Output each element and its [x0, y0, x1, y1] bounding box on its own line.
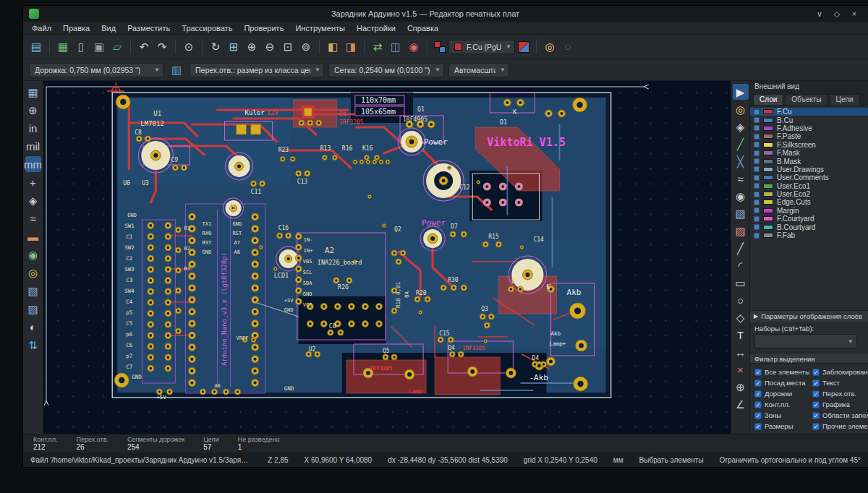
appearance-tab-objects[interactable]: Объекты	[785, 94, 827, 105]
restore-button[interactable]: ◇	[829, 9, 845, 19]
close-button[interactable]: ×	[846, 9, 862, 19]
layer-row-f-paste[interactable]: F.Paste	[750, 132, 868, 140]
menu-item-8[interactable]: Настройки	[351, 24, 401, 33]
appearance-tab-nets[interactable]: Цепи	[830, 94, 860, 105]
units-mils-button[interactable]: mil	[25, 138, 41, 154]
filter-item-5[interactable]: ✓Дорожки	[754, 390, 809, 398]
layer-visibility-toggle[interactable]	[754, 142, 760, 147]
checkbox-checked-icon[interactable]: ✓	[812, 369, 820, 376]
print-button[interactable]: ▣	[90, 38, 108, 56]
draw-circle-button[interactable]: ○	[733, 292, 749, 308]
checkbox-checked-icon[interactable]: ✓	[812, 390, 820, 398]
layer-row-f-courtyard[interactable]: F.Courtyard	[750, 215, 868, 223]
layer-row-user-eco1[interactable]: User.Eco1	[750, 182, 868, 190]
layer-visibility-toggle[interactable]	[754, 109, 760, 115]
layer-visibility-toggle[interactable]	[754, 216, 760, 222]
filter-item-11[interactable]: ✓Размеры	[754, 422, 809, 430]
layer-row-user-comments[interactable]: User.Comments	[750, 173, 868, 181]
checkbox-checked-icon[interactable]: ✓	[754, 380, 762, 387]
layer-visibility-toggle[interactable]	[754, 200, 760, 205]
layer-visibility-toggle[interactable]	[754, 233, 760, 239]
layer-row-user-eco2[interactable]: User.Eco2	[750, 190, 868, 198]
save-button[interactable]: ▤	[27, 38, 45, 56]
refresh-button[interactable]: ↻	[207, 38, 224, 56]
highlight-net-button[interactable]: ◎	[541, 38, 558, 56]
edit-predefined-sizes-button[interactable]: ▥	[168, 61, 185, 79]
presets-select[interactable]: ▼	[754, 334, 857, 348]
filter-item-6[interactable]: ✓Перех.отв.	[812, 390, 868, 398]
draw-arc-button[interactable]: ◜	[733, 257, 749, 273]
curved-ratsnest-button[interactable]: ≈	[25, 210, 41, 226]
layer-presentation-toggle[interactable]	[518, 41, 529, 53]
add-dimension-button[interactable]: ↔	[733, 344, 749, 360]
layer-visibility-toggle[interactable]	[754, 125, 760, 131]
via-outline-button[interactable]: ◉	[25, 246, 41, 262]
update-from-schematic-button[interactable]: ⇄	[369, 38, 386, 56]
minimize-button[interactable]: ∨	[812, 9, 827, 19]
add-via-button[interactable]: ◉	[733, 188, 749, 204]
flip-board-button[interactable]: ⇅	[25, 337, 41, 353]
menu-item-6[interactable]: Проверить	[238, 24, 289, 33]
highlight-net-tool-button[interactable]: ◎	[733, 101, 749, 117]
drc-button[interactable]: ◉	[405, 38, 422, 56]
filter-item-10[interactable]: ✓Области запол.	[812, 411, 868, 419]
layer-row-margin[interactable]: Margin	[750, 207, 868, 215]
menu-item-7[interactable]: Инструменты	[289, 24, 351, 33]
menu-item-3[interactable]: Вид	[95, 24, 122, 33]
zone-outline-button[interactable]: ▨	[25, 301, 41, 317]
checkbox-checked-icon[interactable]: ✓	[812, 380, 820, 387]
draw-line-button[interactable]: ╱	[733, 240, 749, 256]
zoom-objects-button[interactable]: ⊚	[297, 38, 315, 56]
checkbox-checked-icon[interactable]: ✓	[754, 401, 762, 408]
plot-button[interactable]: ▱	[109, 38, 126, 56]
filter-item-3[interactable]: ✓Посад.места	[754, 379, 809, 387]
local-ratsnest-button[interactable]: ◈	[733, 119, 749, 134]
zoom-selection-button[interactable]: ⊡	[279, 38, 297, 56]
pad-outline-button[interactable]: ◎	[25, 265, 41, 280]
via-size-select[interactable]: Перех.отв.: размер из класса цепей ▼	[190, 63, 324, 77]
layer-visibility-toggle[interactable]	[754, 192, 760, 197]
filter-item-9[interactable]: ✓Зоны	[754, 411, 809, 419]
draw-rectangle-button[interactable]: ▭	[733, 275, 749, 291]
menu-item-4[interactable]: Разместить	[122, 24, 176, 33]
units-inches-button[interactable]: in	[25, 120, 41, 136]
appearance-tab-layers[interactable]: Слои	[753, 94, 783, 105]
zone-display-button[interactable]: ▧	[25, 283, 41, 299]
hide-ratsnest-button[interactable]: ◌	[559, 38, 576, 56]
layer-selector[interactable]: F.Cu (PgUp)▼	[448, 40, 515, 54]
layer-visibility-toggle[interactable]	[754, 134, 760, 140]
footprint-editor-button[interactable]: ◧	[324, 38, 341, 56]
checkbox-checked-icon[interactable]: ✓	[754, 423, 762, 430]
layer-visibility-toggle[interactable]	[754, 158, 760, 164]
grid-visibility-button[interactable]: ▦	[25, 84, 41, 100]
layer-display-options-bar[interactable]: ▶ Параметры отображения слоёв	[750, 310, 868, 322]
checkbox-checked-icon[interactable]: ✓	[812, 423, 820, 430]
layer-visibility-toggle[interactable]	[754, 150, 760, 156]
footprint-browser-button[interactable]: ◨	[342, 38, 359, 56]
menu-item-5[interactable]: Трассировать	[176, 24, 238, 33]
track-outline-button[interactable]: ▬	[25, 228, 41, 244]
set-origin-button[interactable]: ⊕	[733, 379, 749, 395]
find-button[interactable]: ⊙	[180, 38, 197, 56]
checkbox-checked-icon[interactable]: ✓	[754, 412, 762, 419]
menu-item-1[interactable]: Файл	[26, 24, 57, 33]
checkbox-checked-icon[interactable]: ✓	[812, 412, 820, 419]
checkbox-checked-icon[interactable]: ✓	[812, 401, 820, 408]
checkbox-checked-icon[interactable]: ✓	[754, 369, 762, 376]
layer-row-f-cu[interactable]: F.Cu	[750, 108, 868, 116]
filter-item-4[interactable]: ✓Текст	[812, 379, 868, 387]
grid-select[interactable]: Сетка: 0,2540 мм (0,0100 ") ▼	[328, 63, 444, 77]
layer-row-edge-cuts[interactable]: Edge.Cuts	[750, 198, 868, 206]
layer-visibility-toggle[interactable]	[754, 117, 760, 123]
layer-visibility-toggle[interactable]	[754, 166, 760, 172]
track-width-select[interactable]: Дорожка: 0,750 мм (0,02953 ") ▼	[29, 63, 163, 77]
ratsnest-visibility-button[interactable]: ◈	[25, 192, 41, 208]
page-settings-button[interactable]: ▯	[72, 38, 90, 56]
units-mm-button[interactable]: mm	[25, 156, 41, 172]
layer-row-f-silkscreen[interactable]: F.Silkscreen	[750, 141, 868, 149]
add-text-button[interactable]: T	[733, 327, 749, 343]
layer-visibility-toggle[interactable]	[754, 207, 760, 213]
filter-item-2[interactable]: ✓Заблокированные	[812, 368, 868, 376]
filter-item-1[interactable]: ✓Все элементы	[754, 368, 809, 376]
filter-item-7[interactable]: ✓Конт.пл.	[754, 400, 809, 408]
